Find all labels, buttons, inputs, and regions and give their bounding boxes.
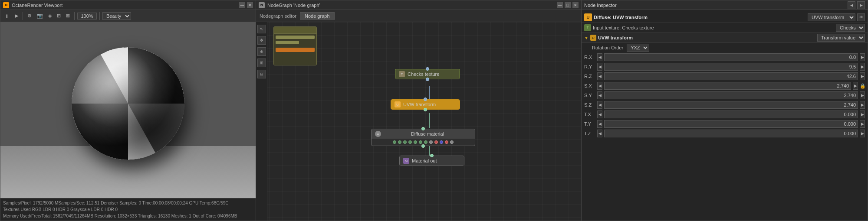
conn-green4[interactable] [408,140,412,144]
titlebar-left: O OctaneRender Viewport [3,2,62,8]
tx-arrow-left[interactable]: ◀ [597,110,602,118]
sz-arrow-left[interactable]: ◀ [597,101,602,109]
ty-row: T.Y ◀ ▶ [582,119,868,129]
settings-button[interactable]: ⚙ [26,12,33,20]
play-button[interactable]: ▶ [13,12,20,20]
status-line2: Textures Used RGB LDR 0 HDR 0 Grayscale … [3,206,253,213]
inspector-view-btn[interactable]: 👁 [857,13,865,21]
rotation-order-label: Rotation Order [592,45,623,50]
rotation-order-dropdown[interactable]: YXZ XYZ ZXY [627,44,649,52]
ng-icon-grid[interactable]: ⊟ [257,70,266,78]
zoom-input[interactable] [77,13,97,20]
diffuse-header: ● Diffuse material [372,129,475,139]
ng-icon-zoom[interactable]: ⊕ [257,47,266,56]
inspector-panel: Node Inspector ◀ ▶ U Diffuse: UVW transf… [582,0,868,221]
tz-arrow-left[interactable]: ◀ [597,130,602,137]
preview-mini-node [273,26,317,65]
tz-arrow-right[interactable]: ▶ [860,130,865,137]
sx-value[interactable] [604,82,851,90]
conn-blue[interactable] [440,140,443,144]
sy-arrow-right[interactable]: ▶ [860,91,865,99]
node-graph-tab[interactable]: Node graph [300,12,335,20]
uvw-transform-value[interactable]: Transform value Matrix value [817,34,865,42]
toolbar-sep2 [74,12,75,20]
tx-arrow-right[interactable]: ▶ [860,110,865,118]
ry-arrow-right[interactable]: ▶ [860,63,865,71]
render-mode-dropdown[interactable]: Beauty Depth Normal [102,12,131,20]
matout-connector-top[interactable] [430,154,434,157]
inspector-node-name: Diffuse: UVW transform [594,15,806,20]
conn-green2[interactable] [398,140,401,144]
conn-green3[interactable] [403,140,407,144]
ng-icon-frame[interactable]: ⊞ [257,58,266,67]
ty-value[interactable] [604,120,858,128]
sx-arrow-left[interactable]: ◀ [597,82,602,90]
diffuse-connector-bottom[interactable] [421,144,425,148]
conn-red[interactable] [434,140,438,144]
uvw-connector-top[interactable] [424,98,427,101]
conn-red2[interactable] [445,140,448,144]
uvw-transform-node[interactable]: U UVW transform [391,99,460,110]
checks-texture-node[interactable]: T Checks texture [395,69,460,79]
viewport-titlebar: O OctaneRender Viewport — ✕ [0,0,256,10]
sy-arrow-left[interactable]: ◀ [597,91,602,99]
sx-arrow-right[interactable]: ▶ [853,82,858,90]
ry-value[interactable] [604,63,858,71]
conn-gray2[interactable] [450,140,454,144]
nodes-area: T Checks texture U UVW transform ● [269,22,581,221]
viewport-canvas [0,22,256,198]
diffuse-connector-top[interactable] [421,127,425,130]
ng-icon-move[interactable]: ✥ [257,36,266,45]
ng-editor-label: Nodegraph editor [260,13,296,19]
diffuse-material-node[interactable]: ● Diffuse material [371,129,475,146]
conn-green[interactable] [393,140,396,144]
sy-value[interactable] [604,91,858,99]
conn-green5[interactable] [414,140,417,144]
rx-arrow-left[interactable]: ◀ [597,53,602,61]
conn-gray[interactable] [429,140,433,144]
rx-value[interactable] [604,53,858,61]
camera-button[interactable]: 📷 [35,12,45,20]
checks-connector-bottom[interactable] [426,78,429,81]
tx-value[interactable] [604,110,858,118]
rx-arrow-right[interactable]: ▶ [860,53,865,61]
ty-arrow-left[interactable]: ◀ [597,120,602,128]
minimize-button[interactable]: — [239,2,245,8]
nodegraph-canvas[interactable]: ↖ ✥ ⊕ ⊞ ⊟ [256,22,581,221]
rz-value[interactable] [604,72,858,80]
conn-green6[interactable] [419,140,422,144]
rz-label: R.Z [584,74,595,79]
inspector-titlebar: Node Inspector ◀ ▶ [582,0,868,10]
tool1-button[interactable]: ◈ [46,12,53,20]
uvw-connector-bottom[interactable] [424,108,427,111]
ng-maximize-button[interactable]: □ [565,2,571,8]
sz-value[interactable] [604,101,858,109]
ry-arrow-left[interactable]: ◀ [597,63,602,71]
close-button[interactable]: ✕ [247,2,253,8]
tz-row: T.Z ◀ ▶ [582,129,868,138]
checks-connector-top[interactable] [426,67,429,71]
inspector-btn1[interactable]: ◀ [848,1,855,9]
sx-lock-icon[interactable]: 🔒 [860,83,865,88]
inspector-type-dropdown[interactable]: UVW transform Transform value [808,13,855,21]
ng-minimize-button[interactable]: — [557,2,563,8]
ry-label: R.Y [584,64,595,69]
material-out-node[interactable]: M Material out [399,156,464,166]
tz-value[interactable] [604,130,858,137]
tool3-button[interactable]: ⊠ [64,12,72,20]
conn-green7[interactable] [424,140,427,144]
ng-close-button[interactable]: ✕ [572,2,579,8]
ng-sidebar: ↖ ✥ ⊕ ⊞ ⊟ [256,22,267,221]
rz-arrow-right[interactable]: ▶ [860,72,865,80]
app-icon: O [3,2,9,8]
input-texture-value[interactable]: Checks None [836,24,865,32]
rotation-order-row: Rotation Order YXZ XYZ ZXY [582,43,868,52]
ng-icon-select[interactable]: ↖ [257,25,266,33]
ty-arrow-right[interactable]: ▶ [860,120,865,128]
sz-arrow-right[interactable]: ▶ [860,101,865,109]
inspector-btn2[interactable]: ▶ [857,1,865,9]
preview-line3 [276,48,315,52]
pause-button[interactable]: ⏸ [3,13,11,20]
rz-arrow-left[interactable]: ◀ [597,72,602,80]
tool2-button[interactable]: ⊞ [55,12,62,20]
